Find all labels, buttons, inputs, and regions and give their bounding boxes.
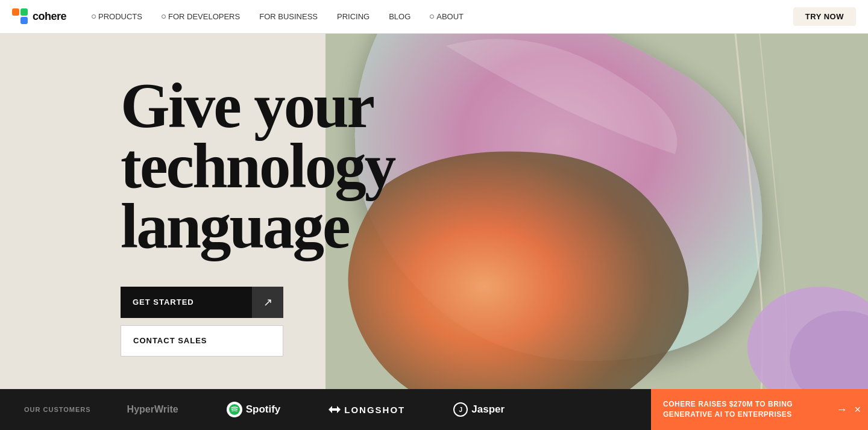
toast-notification: COHERE RAISES $270M TO BRING GENERATIVE … [651,389,868,430]
logo-text: cohere [33,10,66,23]
svg-rect-2 [20,17,28,24]
hero-content: Give your technology language GET STARTE… [0,34,458,423]
nav-links: PRODUCTS FOR DEVELOPERS FOR BUSINESS PRI… [84,8,793,25]
svg-rect-0 [12,8,19,16]
toast-arrow-icon[interactable]: → [836,404,847,416]
nav-about[interactable]: ABOUT [423,8,471,25]
hero-cta-buttons: GET STARTED ↗ CONTACT SALES [121,287,283,357]
spotify-icon [227,402,242,417]
spotify-logo[interactable]: Spotify [227,402,281,417]
try-now-button[interactable]: TRY NOW [793,7,856,26]
hyperwrite-logo[interactable]: HyperWrite [127,404,178,415]
jasper-icon: J [453,402,468,417]
about-dot [430,14,434,19]
svg-point-6 [229,404,240,415]
logo[interactable]: cohere [12,8,66,25]
nav-products[interactable]: PRODUCTS [84,8,149,25]
get-started-arrow-icon: ↗ [252,287,283,318]
contact-sales-button[interactable]: CONTACT SALES [121,325,283,357]
customers-label: OUR CUSTOMERS [24,406,91,413]
get-started-button[interactable]: GET STARTED ↗ [121,287,283,318]
developers-dot [162,14,166,19]
longshot-icon [329,405,341,414]
nav-developers[interactable]: FOR DEVELOPERS [154,8,247,25]
nav-pricing[interactable]: PRICING [330,8,377,25]
svg-rect-1 [20,8,28,16]
jasper-logo[interactable]: J Jasper [453,402,505,417]
toast-text: COHERE RAISES $270M TO BRING GENERATIVE … [663,399,836,420]
longshot-logo[interactable]: LONGSHOT [329,405,405,415]
logo-icon [12,8,29,25]
nav-blog[interactable]: BLOG [382,8,418,25]
hero-section: Give your technology language GET STARTE… [0,34,868,423]
toast-close-button[interactable]: × [854,404,861,416]
nav-business[interactable]: FOR BUSINESS [252,8,325,25]
navbar: cohere PRODUCTS FOR DEVELOPERS FOR BUSIN… [0,0,868,34]
hero-headline: Give your technology language [121,76,458,256]
products-dot [92,14,96,19]
